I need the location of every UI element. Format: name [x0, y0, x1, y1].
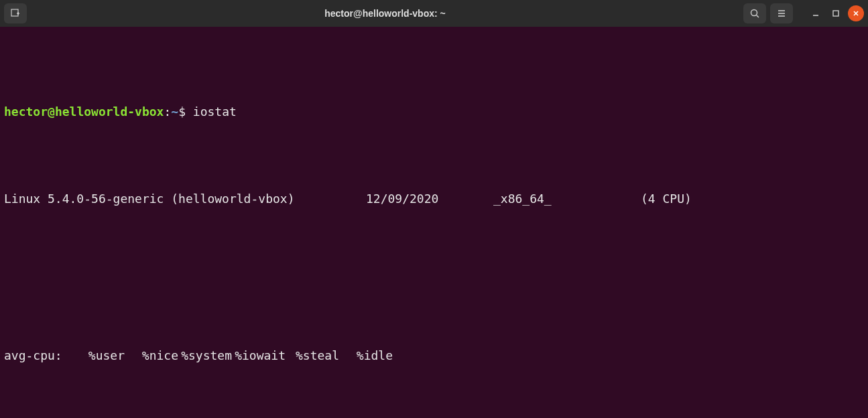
- new-tab-icon: [10, 8, 21, 19]
- svg-rect-9: [833, 11, 839, 16]
- minimize-button[interactable]: [808, 5, 824, 21]
- close-button[interactable]: [848, 5, 864, 21]
- kernel-text: Linux 5.4.0-56-generic (helloworld-vbox): [4, 190, 366, 208]
- prompt-dollar: $: [178, 104, 186, 119]
- window-title: hector@helloworld-vbox: ~: [27, 5, 743, 22]
- maximize-button[interactable]: [828, 5, 844, 21]
- cpu-hdr-iowait: %iowait: [232, 347, 286, 364]
- command-text: iostat: [193, 104, 237, 119]
- cpu-count-text: (4 CPU): [641, 192, 692, 206]
- blank-line: [4, 260, 864, 277]
- prompt-colon: :: [164, 104, 171, 119]
- svg-point-3: [751, 10, 757, 16]
- menu-button[interactable]: [770, 3, 793, 23]
- arch-text: _x86_64_: [493, 190, 641, 208]
- search-button[interactable]: [743, 3, 766, 23]
- prompt-path: ~: [171, 104, 178, 119]
- cpu-header-row: avg-cpu:%user%nice%system%iowait%steal%i…: [4, 347, 864, 364]
- new-tab-button[interactable]: [4, 3, 27, 23]
- cpu-hdr-user: %user: [71, 347, 125, 364]
- titlebar-right: [743, 3, 864, 23]
- prompt-user: hector: [4, 104, 48, 119]
- terminal-output[interactable]: hector@helloworld-vbox:~$ iostat Linux 5…: [0, 27, 868, 418]
- minimize-icon: [812, 9, 820, 17]
- maximize-icon: [832, 9, 840, 17]
- close-icon: [852, 9, 860, 17]
- system-line: Linux 5.4.0-56-generic (helloworld-vbox)…: [4, 190, 864, 208]
- date-text: 12/09/2020: [366, 190, 493, 208]
- prompt-line: hector@helloworld-vbox:~$ iostat: [4, 103, 864, 121]
- titlebar: hector@helloworld-vbox: ~: [0, 0, 868, 27]
- search-icon: [749, 8, 760, 19]
- svg-line-4: [757, 15, 759, 18]
- titlebar-left: [4, 3, 27, 23]
- svg-rect-0: [11, 9, 18, 16]
- avg-cpu-label: avg-cpu:: [4, 347, 71, 364]
- prompt-host: helloworld-vbox: [55, 104, 164, 119]
- cpu-hdr-steal: %steal: [286, 347, 339, 364]
- cpu-hdr-system: %system: [178, 347, 232, 364]
- hamburger-icon: [776, 8, 787, 19]
- prompt-at: @: [48, 104, 55, 119]
- cpu-hdr-nice: %nice: [125, 347, 178, 364]
- cpu-hdr-idle: %idle: [339, 347, 393, 364]
